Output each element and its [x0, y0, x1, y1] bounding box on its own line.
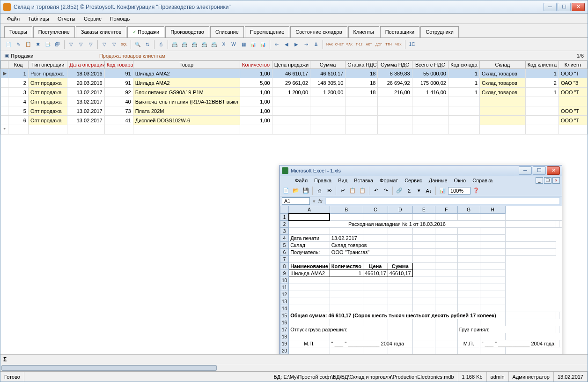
toolbar-📇-icon[interactable]: 📇 — [180, 40, 189, 49]
toolbar-НАК-icon[interactable]: НАК — [325, 40, 334, 49]
toolbar-🔍-icon[interactable]: 🔍 — [133, 40, 142, 49]
excel-zoom[interactable]: 100% — [448, 187, 470, 195]
close-button[interactable]: ✕ — [572, 3, 585, 11]
menu-Сервис[interactable]: Сервис — [80, 15, 105, 23]
excel-tool-📊-icon[interactable]: 📊 — [438, 187, 447, 195]
excel-menu-Правка[interactable]: Правка — [311, 177, 335, 184]
sales-grid[interactable]: КодТип операцииДата операцииКод товараТо… — [0, 60, 588, 135]
table-row[interactable]: 4Опт продажа13.02.201740Выключатель пита… — [1, 97, 588, 106]
excel-menu-Файл[interactable]: Файл — [292, 177, 311, 184]
col-Цена продажи[interactable]: Цена продажи — [272, 61, 310, 69]
col-Товар[interactable]: Товар — [133, 61, 240, 69]
toolbar-▽-icon[interactable]: ▽ — [67, 40, 75, 49]
col-Тип операции[interactable]: Тип операции — [28, 61, 67, 69]
maximize-button[interactable]: ☐ — [558, 3, 571, 11]
menu-Файл[interactable]: Файл — [3, 15, 23, 23]
tab-Сотрудники[interactable]: Сотрудники — [420, 26, 459, 37]
excel-menu-Формат[interactable]: Формат — [376, 177, 401, 184]
toolbar-АКТ-icon[interactable]: АКТ — [365, 40, 373, 49]
toolbar-◀-icon[interactable]: ◀ — [282, 40, 291, 49]
toolbar-⇊-icon[interactable]: ⇊ — [312, 40, 320, 49]
excel-tool-▾-icon[interactable]: ▾ — [415, 187, 423, 195]
toolbar-📑-icon[interactable]: 📑 — [44, 40, 52, 49]
toolbar-⇥-icon[interactable]: ⇥ — [302, 40, 310, 49]
table-row[interactable]: 3Опт продажа13.02.201792Блок питания GS9… — [1, 88, 588, 97]
toolbar-ЧЕК-icon[interactable]: ЧЕК — [394, 40, 403, 49]
excel-tool-🔗-icon[interactable]: 🔗 — [395, 187, 404, 195]
excel-mdi-close[interactable]: × — [552, 177, 560, 184]
toolbar-📋-icon[interactable]: 📋 — [24, 40, 32, 49]
col-Клиент[interactable]: Клиент — [559, 61, 587, 69]
table-row[interactable]: ▶1Розн продажа18.03.201691Шильда AMA21,0… — [1, 69, 588, 78]
excel-grid[interactable]: ABCDEFGH12Расходная накладная № 1 от 18.… — [280, 206, 562, 354]
excel-namebox[interactable]: A1 — [282, 197, 310, 205]
tab-Списание[interactable]: Списание — [210, 26, 244, 37]
excel-help-icon[interactable]: ❓ — [472, 187, 480, 195]
toolbar-✖-icon[interactable]: ✖ — [34, 40, 42, 49]
excel-doc-icon[interactable] — [284, 178, 289, 183]
col-Дата операции[interactable]: Дата операции — [67, 61, 104, 69]
excel-menu-Данные[interactable]: Данные — [426, 177, 451, 184]
col-Код[interactable]: Код — [8, 61, 29, 69]
tab-Состояние складов[interactable]: Состояние складов — [290, 26, 347, 37]
excel-maximize-button[interactable]: ☐ — [533, 166, 546, 175]
toolbar-▽-icon[interactable]: ▽ — [77, 40, 85, 49]
excel-menu-Окно[interactable]: Окно — [451, 177, 470, 184]
excel-menu-Справка[interactable]: Справка — [469, 177, 496, 184]
excel-tool-📋-icon[interactable]: 📋 — [358, 187, 367, 195]
col-Код склада[interactable]: Код склада — [448, 61, 479, 69]
toolbar-▽-icon[interactable]: ▽ — [87, 40, 95, 49]
toolbar-1C-icon[interactable]: 1C — [408, 40, 416, 49]
tab-Клиенты[interactable]: Клиенты — [348, 26, 379, 37]
col-mark[interactable] — [1, 61, 8, 69]
excel-tool-✂-icon[interactable]: ✂ — [338, 187, 347, 195]
toolbar-🗐-icon[interactable]: 🗐 — [53, 40, 62, 49]
excel-menu-Вид[interactable]: Вид — [335, 177, 351, 184]
col-Код товара[interactable]: Код товара — [104, 61, 133, 69]
table-row[interactable]: 6Опт продажа13.02.201741Дисплей DOGS102W… — [1, 116, 588, 125]
toolbar-📇-icon[interactable]: 📇 — [190, 40, 198, 49]
table-row[interactable]: 5Опт продажа13.02.201773Плата 202M1,00ОО… — [1, 106, 588, 116]
excel-close-button[interactable]: ✕ — [547, 166, 560, 175]
toolbar-📄-icon[interactable]: 📄 — [4, 40, 13, 49]
excel-tool-🖨-icon[interactable]: 🖨 — [315, 187, 323, 195]
toolbar-⇅-icon[interactable]: ⇅ — [143, 40, 152, 49]
excel-tool-📄-icon[interactable]: 📄 — [282, 187, 290, 195]
toolbar-⇤-icon[interactable]: ⇤ — [272, 40, 281, 49]
toolbar-📇-icon[interactable]: 📇 — [170, 40, 179, 49]
toolbar-▽-icon[interactable]: ▽ — [110, 40, 118, 49]
toolbar-📇-icon[interactable]: 📇 — [210, 40, 218, 49]
col-Количество[interactable]: Количество — [240, 61, 272, 69]
tab-Производство[interactable]: Производство — [165, 26, 209, 37]
excel-tool-↶-icon[interactable]: ↶ — [372, 187, 380, 195]
col-Код клиента[interactable]: Код клиента — [525, 61, 559, 69]
toolbar-СЧЕТ-icon[interactable]: СЧЕТ — [335, 40, 344, 49]
toolbar-X-icon[interactable]: X — [220, 40, 228, 49]
toolbar-ФАК-icon[interactable]: ФАК — [345, 40, 353, 49]
menu-Таблицы[interactable]: Таблицы — [24, 15, 53, 23]
minimize-button[interactable]: ─ — [544, 3, 557, 11]
table-row[interactable]: * — [1, 125, 588, 135]
toolbar-ДОГ-icon[interactable]: ДОГ — [375, 40, 383, 49]
excel-tool-👁-icon[interactable]: 👁 — [325, 187, 333, 195]
excel-menu-Сервис[interactable]: Сервис — [401, 177, 426, 184]
toolbar-✎-icon[interactable]: ✎ — [14, 40, 22, 49]
col-Ставка НДС[interactable]: Ставка НДС — [345, 61, 378, 69]
col-Сумма НДС[interactable]: Сумма НДС — [378, 61, 412, 69]
toolbar-▽-icon[interactable]: ▽ — [100, 40, 109, 49]
excel-mdi-restore[interactable]: ❐ — [544, 177, 551, 184]
col-Сумма[interactable]: Сумма — [310, 61, 345, 69]
tab-Заказы клиентов[interactable]: Заказы клиентов — [76, 26, 126, 37]
excel-minimize-button[interactable]: ─ — [519, 166, 532, 175]
toolbar-SQL-icon[interactable]: SQL — [120, 40, 128, 49]
toolbar-📇-icon[interactable]: 📇 — [200, 40, 208, 49]
excel-formula-input[interactable] — [325, 197, 560, 205]
menu-Отчеты[interactable]: Отчеты — [54, 15, 79, 23]
expand-icon[interactable]: ▣ — [4, 52, 9, 59]
excel-tool-💾-icon[interactable]: 💾 — [301, 187, 310, 195]
excel-tool-📂-icon[interactable]: 📂 — [292, 187, 300, 195]
excel-tool-📋-icon[interactable]: 📋 — [348, 187, 357, 195]
toolbar-▶-icon[interactable]: ▶ — [292, 40, 301, 49]
toolbar-📊-icon[interactable]: 📊 — [249, 40, 257, 49]
excel-mdi-min[interactable]: _ — [536, 177, 543, 184]
